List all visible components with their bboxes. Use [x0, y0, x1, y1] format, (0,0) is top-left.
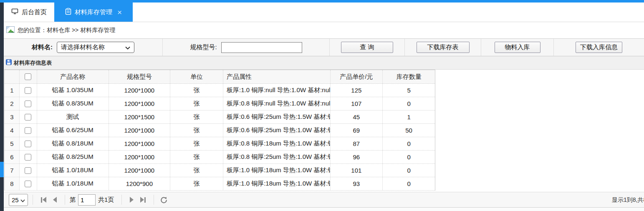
- cell-unit: 张: [170, 111, 223, 123]
- row-checkbox[interactable]: [25, 181, 31, 187]
- row-checkbox-cell: [20, 84, 37, 97]
- close-icon[interactable]: ×: [117, 8, 122, 16]
- cell-unit: 张: [170, 164, 223, 177]
- page-size-select[interactable]: 25: [9, 194, 28, 206]
- material-inbound-button[interactable]: 物料入库: [495, 42, 540, 53]
- pager-bar: 25 第 共1页 显示1到8,共8条: [4, 192, 644, 208]
- row-checkbox[interactable]: [25, 141, 31, 147]
- cell-spec-model: 1200*1000: [109, 151, 171, 163]
- cell-product-name: 铝基 1.0/35UM: [37, 84, 109, 97]
- pager-divider: [121, 195, 122, 205]
- table-row[interactable]: 8 铝基 1.0/18UM 1200*900 张 板厚:1.0 铜厚:18um …: [5, 177, 435, 191]
- row-checkbox-cell: [20, 164, 37, 177]
- search-button[interactable]: 查 询: [341, 42, 393, 53]
- filter-bar: 材料名: 请选择材料名称 规格型号: 查 询 下载库存表 物料入库 下载入库信息: [4, 39, 644, 56]
- cell-spec-model: 1200*1000: [109, 124, 171, 137]
- search-cell: 查 询: [330, 39, 405, 56]
- cell-unit: 张: [170, 97, 223, 110]
- table-row[interactable]: 4 铝基 0.6/25UM 1200*1000 张 板厚:0.6 铜厚:25um…: [5, 124, 435, 137]
- table-row[interactable]: 6 铝基 0.8/25UM 1200*1000 张 板厚:0.8 铜厚:25um…: [5, 151, 435, 164]
- spec-model-input[interactable]: [221, 42, 302, 53]
- panel-title-bar: 材料库存信息表: [4, 56, 644, 70]
- cell-stock-qty: 50: [383, 124, 435, 137]
- row-checkbox-cell: [20, 97, 37, 110]
- cell-product-name: 铝基 0.8/25UM: [37, 151, 109, 163]
- pager-divider: [33, 195, 33, 205]
- clipboard-icon: [65, 8, 71, 16]
- pager-divider: [154, 195, 154, 205]
- prev-page-icon[interactable]: [50, 197, 60, 203]
- cell-unit-price: 87: [331, 137, 383, 150]
- page-prefix-label: 第: [70, 196, 76, 204]
- cell-product-attrs: 板厚:0.8 铜厚:25um 导热:1.0W 基材:铝: [223, 151, 331, 163]
- cell-stock-qty: 5: [383, 84, 435, 97]
- download-inbound-cell: 下载入库信息: [554, 39, 644, 56]
- header-stock-qty[interactable]: 库存数量: [383, 70, 435, 83]
- table-row[interactable]: 7 铝基 1.0/18UM 1200*1000 张 板厚:1.0 铜厚:18um…: [5, 164, 435, 177]
- spec-model-label: 规格型号:: [190, 43, 217, 51]
- last-page-icon[interactable]: [137, 197, 149, 203]
- table-row[interactable]: 5 铝基 0.8/18UM 1200*1000 张 板厚:0.8 铜厚:18um…: [5, 137, 435, 151]
- bottom-strip: [4, 208, 644, 211]
- material-select-value: 请选择材料名称: [61, 43, 105, 51]
- header-unit[interactable]: 单位: [170, 70, 223, 83]
- cell-product-attrs: 板厚:0.6 铜厚:25um 导热:1.5W 基材:铝: [223, 111, 331, 123]
- material-select[interactable]: 请选择材料名称: [57, 42, 134, 53]
- row-number: 6: [5, 151, 20, 163]
- app-window: 后台首页 材料库存管理 × 您的位置：材料仓库 >> 材料库存管理 材料名: 请…: [0, 0, 644, 211]
- refresh-icon[interactable]: [159, 196, 169, 203]
- cell-unit-price: 45: [331, 111, 383, 123]
- header-select-all-cell: [20, 70, 37, 83]
- desktop-icon: [11, 8, 18, 16]
- tab-label: 材料库存管理: [75, 8, 112, 16]
- table-row[interactable]: 2 铝基 0.8/35UM 1200*1000 张 板厚:0.8 铜厚:null…: [5, 97, 435, 111]
- cell-product-name: 铝基 0.8/35UM: [37, 97, 109, 110]
- material-in-cell: 物料入库: [481, 39, 554, 56]
- header-unit-price[interactable]: 产品单价/元: [331, 70, 383, 83]
- first-page-icon[interactable]: [38, 197, 50, 203]
- pager-divider: [65, 195, 65, 205]
- cell-stock-qty: 0: [383, 137, 435, 150]
- next-page-icon[interactable]: [126, 197, 137, 203]
- cell-product-attrs: 板厚:1.0 铜厚:18um 导热:1.0W 基材:铝: [223, 164, 331, 177]
- cell-product-attrs: 板厚:0.8 铜厚:18um 导热:1.0W 基材:铝: [223, 137, 331, 150]
- table-row[interactable]: 1 铝基 1.0/35UM 1200*1000 张 板厚:1.0 铜厚:null…: [5, 84, 435, 97]
- cell-stock-qty: 0: [383, 151, 435, 163]
- cell-unit-price: 125: [331, 84, 383, 97]
- select-all-checkbox[interactable]: [25, 73, 31, 80]
- collapsed-sidebar[interactable]: [0, 3, 4, 211]
- cell-product-name: 铝基 0.8/18UM: [37, 137, 109, 150]
- header-product-name[interactable]: 产品名称: [37, 70, 109, 83]
- floppy-icon: [6, 59, 12, 67]
- cell-product-attrs: 板厚:1.0 铜厚:null 导热:1.0W 基材:null: [223, 84, 331, 97]
- row-checkbox[interactable]: [25, 127, 31, 134]
- header-product-attrs[interactable]: 产品属性: [223, 70, 331, 83]
- row-checkbox[interactable]: [25, 114, 31, 121]
- breadcrumb: 您的位置：材料仓库 >> 材料库存管理: [4, 22, 644, 39]
- page-number-input[interactable]: [78, 194, 96, 206]
- cell-product-name: 铝基 0.6/25UM: [37, 124, 109, 137]
- cell-stock-qty: 0: [383, 164, 435, 177]
- cell-unit: 张: [170, 137, 223, 150]
- row-number: 8: [5, 177, 20, 190]
- tab-material-inventory[interactable]: 材料库存管理 ×: [54, 3, 133, 22]
- tab-label: 后台首页: [22, 8, 47, 16]
- cell-stock-qty: 0: [383, 177, 435, 190]
- row-checkbox[interactable]: [25, 87, 31, 94]
- tab-backend-home[interactable]: 后台首页: [4, 3, 54, 22]
- inventory-table: 产品名称 规格型号 单位 产品属性 产品单价/元 库存数量 1 铝基 1.0/3…: [4, 70, 435, 191]
- table-row[interactable]: 3 测试 1200*1500 张 板厚:0.6 铜厚:25um 导热:1.5W …: [5, 111, 435, 124]
- download-stock-button[interactable]: 下载库存表: [417, 42, 470, 53]
- download-inbound-button[interactable]: 下载入库信息: [576, 42, 622, 53]
- row-checkbox[interactable]: [25, 167, 31, 174]
- row-checkbox-cell: [20, 111, 37, 123]
- download-stock-cell: 下载库存表: [405, 39, 481, 56]
- row-checkbox[interactable]: [25, 100, 31, 107]
- material-name-label: 材料名:: [32, 43, 53, 51]
- cell-spec-model: 1200*1000: [109, 84, 171, 97]
- header-spec-model[interactable]: 规格型号: [109, 70, 171, 83]
- row-checkbox-cell: [20, 137, 37, 150]
- chevron-down-icon: [20, 196, 25, 203]
- row-number: 3: [5, 111, 20, 123]
- row-checkbox[interactable]: [25, 154, 31, 161]
